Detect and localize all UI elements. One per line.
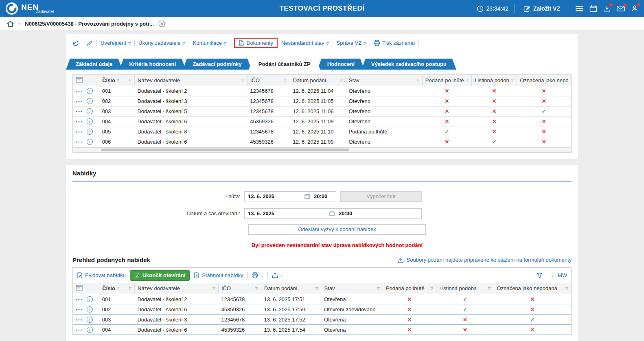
filter-icon[interactable]: ▽ bbox=[255, 286, 258, 291]
menu-nestandardni-stav[interactable]: Nestandardní stav▽ bbox=[281, 40, 329, 46]
send-invite-button[interactable]: Odeslání výzvy k podání nabídek bbox=[248, 224, 426, 235]
chevron-down-icon[interactable]: ▽ bbox=[551, 274, 554, 278]
column-header-datum[interactable]: Datum podání▽ bbox=[290, 75, 346, 86]
column-header-stav[interactable]: Stav▽ bbox=[321, 283, 383, 294]
tab-zadavaci-podminky[interactable]: Zadávací podmínky bbox=[183, 59, 252, 70]
user-button[interactable] bbox=[631, 5, 638, 12]
info-icon[interactable]: i bbox=[87, 317, 93, 323]
tab-kriteria-hodnoceni[interactable]: Kritéria hodnocení bbox=[119, 59, 186, 70]
info-icon[interactable]: i bbox=[87, 118, 93, 125]
filter-icon[interactable]: ▽ bbox=[129, 286, 131, 291]
column-header-nazev[interactable]: Název dodavatele▽ bbox=[134, 283, 218, 294]
filter-icon[interactable]: ▽ bbox=[377, 286, 380, 291]
info-icon[interactable]: i bbox=[87, 327, 93, 333]
menu-button[interactable] bbox=[575, 5, 583, 12]
tab-vysledek[interactable]: Výsledek zadávacího postupu bbox=[361, 59, 456, 70]
edit-button[interactable] bbox=[87, 40, 93, 46]
menu-komunikace[interactable]: Komunikace▽ bbox=[193, 40, 227, 46]
filter-icon[interactable]: ▽ bbox=[284, 78, 287, 82]
filter-icon[interactable]: ▽ bbox=[416, 78, 419, 82]
filter-icon[interactable]: ▽ bbox=[241, 78, 244, 82]
info-icon[interactable]: i bbox=[87, 129, 93, 135]
table-row[interactable]: ●●●i 001 Dodavatel - školení 2 12345678 … bbox=[73, 294, 571, 304]
create-vz-button[interactable]: Založit VZ bbox=[521, 5, 563, 13]
filter-icon[interactable]: ▽ bbox=[488, 286, 491, 291]
column-header-nepodana[interactable]: Označena jako nepodaná▽ bbox=[494, 283, 571, 294]
download-offers-button[interactable]: Stáhnout nabídky bbox=[194, 272, 243, 278]
table-row[interactable]: ●●●i 002 Dodavatel - školení 3 12345678 … bbox=[73, 96, 571, 106]
row-menu-icon[interactable]: ●●● bbox=[76, 110, 83, 113]
table-row[interactable]: ●●●i 001 Dodavatel - školení 2 12345678 … bbox=[73, 86, 571, 96]
filter-icon[interactable]: ▽ bbox=[315, 286, 318, 291]
column-header-cislo[interactable]: Číslo↑▽ bbox=[99, 283, 135, 294]
menu-uverejneni[interactable]: Uveřejnění▽ bbox=[101, 40, 131, 46]
record-offer-button[interactable]: Evidovat nabídku bbox=[77, 272, 126, 278]
info-icon[interactable]: i bbox=[87, 139, 93, 145]
row-menu-icon[interactable]: ●●● bbox=[76, 90, 83, 92]
mw-toggle[interactable]: MW bbox=[558, 272, 567, 278]
table-row[interactable]: ●●●i 004 Dodavatel - školení 6 45359326 … bbox=[73, 325, 571, 335]
scrollbar-thumb[interactable] bbox=[101, 149, 349, 151]
table-row[interactable]: ●●●i 004 Dodavatel - školení 6 45359326 … bbox=[73, 116, 571, 127]
calc-deadlines-button[interactable]: Výpočet lhůt bbox=[340, 191, 422, 202]
filter-funnel-icon[interactable] bbox=[537, 273, 543, 278]
tab-hodnoceni[interactable]: Hodnocení bbox=[318, 59, 364, 70]
column-header-listinna[interactable]: Listinná podoba▽ bbox=[436, 283, 494, 294]
print-record-button[interactable]: Tisk záznamu bbox=[374, 40, 415, 46]
column-header-ico[interactable]: IČO▽ bbox=[218, 283, 261, 294]
deadline-date-input[interactable]: 13. 6. 2025 bbox=[245, 193, 304, 199]
info-icon[interactable]: i bbox=[87, 306, 93, 313]
menu-dokumenty-highlighted[interactable]: Dokumenty bbox=[234, 38, 278, 48]
info-icon[interactable]: i bbox=[87, 88, 93, 94]
history-button[interactable] bbox=[72, 40, 79, 46]
row-menu-icon[interactable]: ●●● bbox=[76, 130, 83, 133]
breadcrumb-item[interactable]: N006/25/V00005438 - Provozování prodejny… bbox=[25, 21, 153, 27]
table-row[interactable]: ●●●i 002 Dodavatel - školení 6 45359326 … bbox=[73, 304, 571, 315]
row-menu-icon[interactable]: ●●● bbox=[76, 298, 83, 301]
filter-icon[interactable]: ▽ bbox=[212, 286, 215, 291]
messages-button[interactable] bbox=[617, 5, 625, 12]
row-menu-icon[interactable]: ●●● bbox=[76, 328, 83, 331]
filter-icon[interactable]: ▽ bbox=[430, 286, 433, 291]
column-header-po-lhute[interactable]: Podaná po lhůtě▽ bbox=[422, 75, 471, 86]
print-button[interactable]: ▽ bbox=[252, 272, 263, 278]
home-icon[interactable] bbox=[7, 20, 14, 27]
export-button[interactable]: ▽ bbox=[272, 272, 283, 278]
downloads-button[interactable] bbox=[603, 5, 611, 12]
filter-icon[interactable]: ▽ bbox=[340, 78, 343, 82]
info-icon[interactable]: i bbox=[87, 108, 93, 114]
calendar-icon[interactable] bbox=[329, 211, 335, 216]
column-chooser[interactable] bbox=[73, 283, 99, 294]
column-header-cislo[interactable]: Číslo↑▽ bbox=[99, 75, 135, 86]
opening-time-input[interactable]: 20:00 bbox=[335, 210, 421, 216]
row-menu-icon[interactable]: ●●● bbox=[76, 140, 83, 143]
calendar-button[interactable] bbox=[589, 5, 597, 12]
finish-opening-button[interactable]: Ukončit otevírání bbox=[130, 270, 190, 281]
deadline-time-input[interactable]: 20:00 bbox=[310, 193, 336, 199]
menu-sprava-vz[interactable]: Správa VZ▽ bbox=[337, 40, 366, 46]
info-icon[interactable]: i bbox=[87, 98, 93, 104]
column-header-nepodana[interactable]: Označena jako nepodaná bbox=[517, 75, 571, 86]
column-header-po-lhute[interactable]: Podaná po lhůtě▽ bbox=[383, 283, 436, 294]
submission-files-link[interactable]: Soubory podání najdete připravené ke sta… bbox=[398, 257, 572, 263]
menu-ukony-zadavatele[interactable]: Úkony zadavatele▽ bbox=[138, 40, 185, 46]
filter-icon[interactable]: ▽ bbox=[129, 78, 131, 82]
table-row[interactable]: ●●●i 006 Dodavatel - školení 6 45359326 … bbox=[73, 137, 571, 147]
info-icon[interactable]: i bbox=[87, 296, 93, 302]
column-header-listinna[interactable]: Listinná podoba▽ bbox=[472, 75, 517, 86]
filter-icon[interactable]: ▽ bbox=[511, 78, 514, 82]
row-menu-icon[interactable]: ●●● bbox=[76, 308, 83, 311]
tab-podani-ucastniku-zp[interactable]: Podání účastníků ZP bbox=[249, 59, 320, 70]
column-header-datum[interactable]: Datum podání▽ bbox=[261, 283, 321, 294]
column-chooser[interactable] bbox=[73, 75, 99, 86]
tab-zakladni-udaje[interactable]: Základní údaje bbox=[66, 59, 122, 70]
table-row[interactable]: ●●●i 003 Dodavatel - školení 5 12345678 … bbox=[73, 106, 571, 116]
row-menu-icon[interactable]: ●●● bbox=[76, 318, 83, 321]
close-icon[interactable] bbox=[158, 20, 165, 27]
filter-icon[interactable]: ▽ bbox=[466, 78, 469, 82]
filter-icon[interactable]: ▽ bbox=[565, 286, 568, 291]
table-row[interactable]: ●●●i 005 Dodavatel - školení 8 12345678 … bbox=[73, 127, 571, 137]
column-header-ico[interactable]: IČO▽ bbox=[247, 75, 290, 86]
horizontal-scrollbar[interactable] bbox=[73, 147, 571, 152]
column-header-stav[interactable]: Stav▽ bbox=[346, 75, 423, 86]
